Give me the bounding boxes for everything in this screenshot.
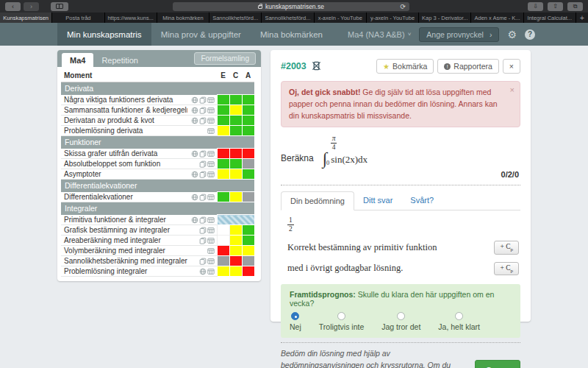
tabs-overview-button[interactable]: ⧉: [567, 2, 583, 11]
level-cell-e[interactable]: [217, 126, 229, 136]
topic-label[interactable]: Areaberäkning med integraler: [61, 236, 187, 246]
browser-tab[interactable]: Mina bokmärken: [157, 13, 209, 23]
level-cell-a[interactable]: [242, 149, 254, 159]
level-cell-e[interactable]: [217, 95, 229, 105]
film-icon[interactable]: [207, 116, 215, 124]
level-cell-c[interactable]: [229, 246, 242, 256]
level-cell-e[interactable]: [217, 105, 229, 116]
level-cell-a[interactable]: [242, 246, 254, 256]
globe-icon[interactable]: [191, 170, 198, 178]
topic-label[interactable]: Volymberäkning med integraler: [61, 246, 187, 256]
topic-label[interactable]: Differentialekvationer: [61, 192, 187, 202]
level-cell-c[interactable]: [229, 266, 242, 277]
topic-label[interactable]: Sannolikhetsberäkning med integraler: [61, 256, 187, 266]
browser-tab[interactable]: Integral Calculat...: [524, 13, 576, 23]
level-cell-a[interactable]: [242, 192, 254, 202]
course-selector[interactable]: Ma4 (NA3 A&B) ˅: [348, 30, 411, 39]
browser-tab[interactable]: x-axeln - YouTube: [315, 13, 367, 23]
film-icon[interactable]: [207, 247, 215, 255]
new-tab-button[interactable]: +: [576, 13, 588, 23]
radio-input[interactable]: [455, 312, 463, 320]
topic-label[interactable]: Derivatan av produkt & kvot: [61, 116, 187, 126]
address-bar[interactable]: kunskapsmatrisen.se ⟳: [173, 2, 409, 11]
level-cell-c[interactable]: [229, 116, 242, 126]
globe-icon[interactable]: [191, 106, 198, 114]
provnyckel-button[interactable]: Ange provnyckel ›: [419, 27, 499, 42]
globe-icon[interactable]: [199, 267, 207, 275]
topic-label[interactable]: Några viktiga funktioners derivata: [61, 95, 187, 105]
book-icon[interactable]: [199, 226, 207, 234]
film-icon[interactable]: [207, 267, 215, 275]
film-icon[interactable]: [207, 236, 215, 244]
browser-tab[interactable]: Sannolikhetsförd...: [262, 13, 314, 23]
level-cell-c[interactable]: [229, 225, 242, 236]
radio-input[interactable]: [337, 312, 345, 320]
matrix-tab[interactable]: Ma4: [62, 53, 93, 67]
browser-tab[interactable]: Sannolikhetsförd...: [209, 13, 262, 23]
bookmark-button[interactable]: ★ Bokmärka: [376, 59, 434, 74]
browser-tab[interactable]: Kap 3 - Derivator...: [419, 13, 471, 23]
browser-tab[interactable]: Kunskapsmatrisen: [0, 13, 52, 23]
book-icon[interactable]: [199, 193, 207, 201]
globe-icon[interactable]: [191, 96, 198, 104]
level-cell-a[interactable]: [242, 225, 254, 236]
nav-item[interactable]: Mina prov & uppgifter: [151, 23, 251, 46]
globe-icon[interactable]: [191, 116, 198, 124]
matrix-tab[interactable]: Repetition: [93, 53, 146, 67]
book-icon[interactable]: [199, 160, 207, 168]
radio-input[interactable]: [397, 312, 405, 320]
downloads-button[interactable]: ⇩: [528, 2, 543, 11]
radio-option[interactable]: Jag tror det: [381, 312, 420, 331]
add-cp-button[interactable]: + Cp: [494, 241, 519, 255]
level-cell-e[interactable]: [217, 149, 229, 159]
level-cell-c[interactable]: [229, 126, 242, 136]
report-button[interactable]: ! Rapportera: [437, 59, 499, 74]
level-cell-a[interactable]: [242, 95, 254, 105]
level-cell-c[interactable]: [229, 149, 242, 159]
close-exercise-button[interactable]: ×: [503, 59, 520, 74]
book-icon[interactable]: [199, 96, 207, 104]
film-icon[interactable]: [207, 216, 215, 224]
add-cp-button[interactable]: + Cp: [494, 262, 519, 276]
topic-label[interactable]: Problemlösning integraler: [61, 266, 187, 277]
film-icon[interactable]: [207, 160, 215, 168]
radio-option[interactable]: Nej: [290, 312, 301, 331]
book-icon[interactable]: [199, 106, 207, 114]
level-cell-a[interactable]: [242, 116, 254, 126]
gear-icon[interactable]: ⚙: [507, 29, 517, 40]
film-icon[interactable]: [207, 226, 215, 234]
level-cell-c[interactable]: [229, 256, 242, 266]
level-cell-c[interactable]: [229, 236, 242, 246]
book-icon[interactable]: [199, 236, 207, 244]
level-cell-e[interactable]: [217, 192, 229, 202]
level-cell-c[interactable]: [229, 95, 242, 105]
level-cell-c[interactable]: [229, 105, 242, 116]
globe-icon[interactable]: [191, 149, 198, 158]
topic-label[interactable]: Asymptoter: [61, 169, 187, 180]
radio-input[interactable]: [291, 312, 299, 320]
exercise-tab[interactable]: Ditt svar: [354, 191, 401, 210]
book-icon[interactable]: [199, 257, 207, 265]
book-icon[interactable]: [199, 170, 207, 178]
reload-icon[interactable]: ⟳: [400, 3, 406, 10]
film-icon[interactable]: [207, 127, 215, 135]
share-button[interactable]: ⇧: [548, 2, 563, 11]
book-icon[interactable]: [199, 216, 207, 224]
topic-label[interactable]: Skissa grafer utifrån derivata: [61, 149, 187, 159]
nav-item[interactable]: Min kunskapsmatris: [57, 23, 151, 46]
film-icon[interactable]: [207, 106, 215, 114]
radio-option[interactable]: Troligtvis inte: [319, 312, 364, 331]
level-cell-e[interactable]: [217, 116, 229, 126]
browser-tab[interactable]: y-axeln - YouTube: [367, 13, 419, 23]
level-cell-e[interactable]: [217, 246, 229, 256]
save-button[interactable]: Spara: [475, 360, 520, 368]
book-icon[interactable]: [199, 149, 207, 158]
level-cell-a[interactable]: [242, 126, 254, 136]
level-cell-e[interactable]: [217, 169, 229, 180]
level-cell-e[interactable]: [217, 159, 229, 169]
film-icon[interactable]: [207, 257, 215, 265]
topic-label[interactable]: Primitiva funktioner & integraler: [61, 215, 187, 225]
level-cell-e[interactable]: [217, 256, 229, 266]
level-cell-e[interactable]: [217, 236, 229, 246]
level-cell-a[interactable]: [242, 169, 254, 180]
